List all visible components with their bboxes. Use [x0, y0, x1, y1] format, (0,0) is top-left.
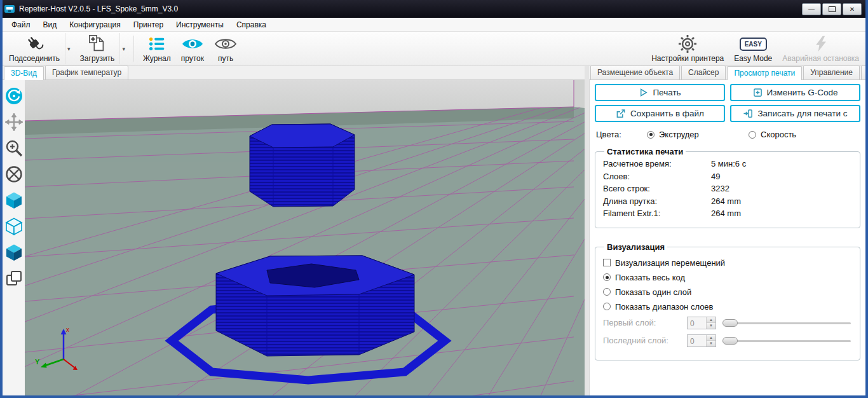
window-title: Repetier-Host V2.0.5 - LFS_Spoke_5mm_V3.… — [19, 4, 802, 13]
tab-print-preview[interactable]: Просмотр печати — [727, 66, 802, 80]
move-view-icon[interactable] — [4, 113, 24, 132]
close-button[interactable]: ✕ — [843, 3, 862, 15]
svg-text:x: x — [66, 326, 69, 333]
speed-color-radio[interactable]: Скорость — [749, 130, 796, 139]
reset-view-icon[interactable] — [4, 165, 24, 184]
last-layer-label: Последний слой: — [603, 336, 687, 345]
print-object-top — [250, 124, 355, 207]
menu-config[interactable]: Конфигурация — [63, 18, 127, 31]
gear-icon — [678, 34, 697, 53]
first-layer-slider[interactable] — [722, 318, 852, 328]
spinner-arrows[interactable]: ▲▼ — [706, 335, 715, 347]
save-to-file-button[interactable]: Сохранить в файл — [595, 105, 725, 122]
stat-row: Длина прутка: 264 mm — [603, 195, 852, 208]
maximize-button[interactable] — [822, 3, 841, 15]
tab-sd-card[interactable]: SD-карта — [861, 65, 868, 79]
write-sd-button[interactable]: Записать для печати с — [730, 105, 860, 122]
write-sd-icon — [743, 109, 753, 118]
edit-gcode-button[interactable]: Изменить G-Code — [730, 84, 860, 101]
log-toggle-button[interactable]: Журнал — [138, 33, 176, 64]
printer-settings-button[interactable]: Настройки принтера — [646, 33, 729, 64]
control-tabs: Размещение объекта Слайсер Просмотр печа… — [589, 66, 865, 80]
first-layer-label: Первый слой: — [603, 318, 687, 327]
toolbar: Подсоединить ▾ Загрузить ▾ — [0, 32, 868, 66]
titlebar: Repetier-Host V2.0.5 - LFS_Spoke_5mm_V3.… — [0, 0, 868, 18]
load-button[interactable]: Загрузить — [75, 33, 120, 64]
load-dropdown[interactable]: ▾ — [119, 33, 127, 64]
view-tabs: 3D-Вид График температур — [3, 66, 585, 80]
slider-thumb[interactable] — [722, 337, 738, 345]
show-complete-code-radio[interactable]: Показать весь код — [603, 273, 852, 282]
visualization-title: Визуализация — [604, 242, 667, 252]
toolbar-separator — [133, 36, 134, 62]
emergency-stop-button[interactable]: Аварийная остановка — [777, 33, 864, 64]
print-statistics-title: Статистика печати — [604, 147, 686, 156]
tab-3d-view[interactable]: 3D-Вид — [4, 66, 44, 80]
tab-slicer[interactable]: Слайсер — [681, 65, 726, 79]
show-travel-checkbox[interactable]: Визуализация перемещений — [603, 258, 852, 268]
zoom-icon[interactable] — [4, 139, 24, 158]
svg-text:Y: Y — [35, 358, 40, 366]
colors-label: Цвета: — [596, 130, 642, 139]
minimize-button[interactable]: — — [802, 3, 821, 15]
connect-button[interactable]: Подсоединить — [4, 33, 65, 64]
stat-row: Filament Extr.1: 264 mm — [603, 207, 852, 220]
stat-row: Расчетное время: 5 мин:6 с — [603, 158, 852, 170]
print-button[interactable]: Печать — [595, 84, 725, 101]
tab-temperature-graph[interactable]: График температур — [45, 65, 128, 79]
load-file-icon — [88, 34, 107, 53]
panel-splitter[interactable] — [585, 66, 589, 395]
easy-badge: EASY — [740, 38, 767, 51]
plug-icon — [25, 34, 44, 53]
menu-file[interactable]: Файл — [5, 18, 37, 31]
menu-tools[interactable]: Инструменты — [170, 18, 230, 31]
app-icon — [4, 3, 15, 15]
travel-eye-icon — [214, 34, 237, 53]
right-wall — [574, 80, 585, 108]
menu-bar: Файл Вид Конфигурация Принтер Инструмент… — [0, 18, 868, 32]
log-list-icon — [147, 34, 166, 53]
export-icon — [616, 109, 626, 118]
visualization-group: Визуализация Визуализация перемещений По… — [595, 242, 860, 360]
filament-eye-icon — [181, 34, 204, 53]
last-layer-spinner[interactable]: 0 ▲▼ — [687, 334, 716, 347]
top-view-icon[interactable] — [4, 243, 24, 262]
print-statistics-group: Статистика печати Расчетное время: 5 мин… — [595, 147, 860, 228]
plus-square-icon — [753, 88, 763, 97]
parallel-projection-icon[interactable] — [4, 269, 24, 288]
menu-help[interactable]: Справка — [230, 18, 273, 31]
stat-row: Слоев: 49 — [603, 170, 852, 183]
menu-view[interactable]: Вид — [37, 18, 64, 31]
first-layer-spinner[interactable]: 0 ▲▼ — [687, 317, 716, 329]
print-object-bottom — [216, 256, 414, 356]
app-window: Repetier-Host V2.0.5 - LFS_Spoke_5mm_V3.… — [0, 0, 868, 398]
extruder-color-radio[interactable]: Экструдер — [647, 130, 749, 139]
easy-mode-button[interactable]: EASY Easy Mode — [729, 33, 777, 64]
isometric-view-icon[interactable] — [4, 191, 24, 210]
slider-thumb[interactable] — [722, 319, 738, 327]
spinner-arrows[interactable]: ▲▼ — [706, 317, 715, 329]
show-single-layer-radio[interactable]: Показать один слой — [603, 287, 852, 297]
viewport-3d[interactable]: Y x — [25, 80, 585, 395]
stat-row: Всего строк: 3232 — [603, 182, 852, 195]
show-layer-range-radio[interactable]: Показать диапазон слоев — [603, 302, 852, 312]
rotate-view-icon[interactable] — [4, 86, 24, 106]
tab-manual-control[interactable]: Управление — [803, 65, 860, 79]
connect-dropdown[interactable]: ▾ — [65, 33, 72, 64]
play-icon — [639, 88, 648, 97]
show-filament-button[interactable]: пруток — [176, 33, 209, 64]
menu-printer[interactable]: Принтер — [127, 18, 170, 31]
viewport-toolbar — [3, 80, 25, 395]
print-preview-panel: Печать Изменить G-Code Сохранить в файл — [589, 80, 865, 395]
tab-object-placement[interactable]: Размещение объекта — [590, 65, 680, 79]
last-layer-slider[interactable] — [722, 336, 852, 346]
show-travel-button[interactable]: путь — [209, 33, 242, 64]
front-view-icon[interactable] — [4, 217, 24, 236]
lightning-icon — [812, 34, 830, 53]
